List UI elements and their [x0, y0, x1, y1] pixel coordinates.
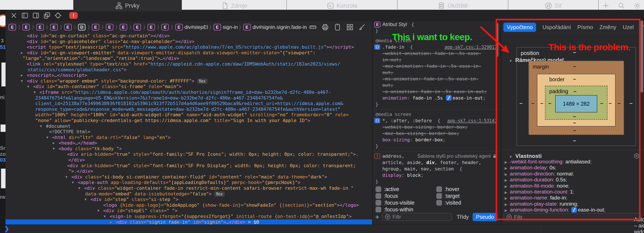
style-rule-row[interactable]: display: block;	[372, 172, 500, 179]
breadcrumb-item[interactable]: E	[8, 24, 17, 30]
dom-tree-line[interactable]: ▼<div id="step" class="si-step ">	[6, 197, 372, 203]
disclosure-triangle-icon[interactable]: ▼	[72, 180, 74, 186]
position-bottom-value[interactable]: –	[573, 138, 576, 144]
dom-tree-line[interactable]: ▼<div class="si-body si-container contai…	[6, 174, 372, 180]
tab-storage[interactable]: Úložiště	[397, 0, 508, 11]
search-icon[interactable]	[618, 2, 625, 9]
disclosure-triangle-icon[interactable]: ▶	[505, 209, 507, 212]
dom-tree-line[interactable]: <div aria-hidden="true" style="font-fami…	[6, 152, 372, 157]
disclosure-triangle-icon[interactable]: ▶	[505, 185, 507, 188]
flex-badge[interactable]: flex	[197, 78, 208, 84]
dom-tree-line[interactable]: ▼<div class="widget-container fade-in re…	[6, 186, 372, 191]
checkbox[interactable]	[436, 200, 442, 206]
dom-tree-line[interactable]: ▼<iframe src="https://idmsa.apple.com/ap…	[6, 90, 372, 95]
dom-tree-line[interactable]: client_id=25138a77e3499638936f018102a539…	[6, 101, 372, 107]
padding-top-value[interactable]: –	[574, 88, 576, 94]
style-rule-row[interactable]: box-sizing: border-box;	[372, 137, 500, 143]
disclosure-triangle-icon[interactable]: ▶	[505, 179, 507, 182]
style-rule-row[interactable]: out;	[372, 82, 500, 88]
padding-left-value[interactable]: –	[548, 100, 552, 106]
disclosure-triangle-icon[interactable]: ▶	[53, 140, 55, 146]
computed-property-row[interactable]: ▶animation-duration: 0.5s;	[505, 177, 567, 183]
undock-icon[interactable]	[43, 12, 50, 19]
paintbrush-icon[interactable]	[358, 23, 366, 31]
dom-tree-line[interactable]: ">.</div>	[6, 169, 372, 174]
border-left-value[interactable]: –	[540, 100, 543, 106]
gear-icon[interactable]	[634, 2, 641, 9]
dock-bottom-icon[interactable]	[32, 12, 40, 19]
grid-overlay-icon[interactable]	[346, 23, 354, 31]
breadcrumb-item[interactable]: E	[91, 24, 100, 30]
computed-property-row[interactable]: ▶animation-fill-mode: none;	[505, 183, 570, 189]
disclosure-triangle-icon[interactable]: ▼	[40, 124, 42, 129]
disclosure-triangle-icon[interactable]: ▼	[53, 146, 55, 152]
style-rule-row[interactable]: {}*, :after, :before {app-sk7.css:1:5314…	[372, 118, 500, 124]
breadcrumb-item[interactable]: E	[160, 24, 170, 30]
checkbox[interactable]	[376, 207, 381, 213]
pseudo-button[interactable]: Pseudo	[472, 213, 498, 221]
print-icon[interactable]	[322, 23, 329, 31]
disclosure-triangle-icon[interactable]: ▶	[505, 173, 507, 176]
computed-property-row[interactable]: ▶animation-play-state: running;	[505, 201, 578, 207]
dom-tree-line[interactable]: ▼<sign-in suppress-iforgot="{suppressIfo…	[6, 214, 372, 220]
breadcrumb-item[interactable]: D	[77, 24, 86, 30]
dom-tree-line[interactable]: ▶<noscript>…</noscript>	[6, 73, 372, 78]
disclosure-triangle-icon[interactable]: ▶	[21, 50, 23, 56]
checkbox[interactable]	[436, 193, 442, 199]
disclosure-triangle-icon[interactable]: ▼	[66, 174, 68, 180]
checkbox[interactable]	[376, 193, 381, 199]
disclosure-triangle-icon[interactable]: ▶	[505, 203, 507, 206]
pseudo-class-toggle[interactable]: :hover	[436, 186, 459, 192]
disclosure-triangle-icon[interactable]: ▶	[505, 166, 507, 170]
style-rule-row[interactable]: out;	[372, 69, 500, 76]
computed-property-row[interactable]: ▶animation-name: fade-in;	[505, 195, 567, 201]
pseudo-class-toggle[interactable]: :active	[376, 186, 399, 192]
ruler-icon[interactable]	[309, 23, 316, 31]
padding-right-value[interactable]: –	[600, 100, 603, 106]
breadcrumb-item[interactable]: E	[36, 24, 45, 30]
dom-tree-line[interactable]: ▼#document	[6, 124, 372, 129]
style-rule-row[interactable]: -webkit-box-sizing: border-box;	[372, 124, 500, 130]
styles-scrollbar[interactable]	[496, 23, 498, 57]
position-left-value[interactable]: –	[520, 100, 522, 106]
style-rule-row[interactable]: -moz-animation: fade-in .5s ease-in-	[372, 63, 500, 69]
disclosure-triangle-icon[interactable]: ▶	[505, 191, 507, 194]
pseudo-class-toggle[interactable]: :visited	[436, 200, 461, 206]
device-icon[interactable]	[334, 23, 341, 31]
dock-side-icon[interactable]	[21, 12, 28, 19]
breadcrumb-item[interactable]: E	[63, 24, 73, 30]
disclosure-triangle-icon[interactable]: ▶	[21, 73, 23, 78]
checkbox[interactable]	[376, 186, 381, 192]
pseudo-class-toggle[interactable]: :focus-visible	[376, 200, 414, 206]
padding-bottom-value[interactable]: –	[573, 113, 576, 119]
style-rule-row[interactable]: EAtribut Styl {	[372, 21, 500, 27]
pseudo-class-toggle[interactable]: :focus-within	[376, 207, 413, 213]
computed-property-row[interactable]: ▶animation-iteration-count: 1;	[505, 189, 574, 195]
computed-property-row[interactable]: ▶animation-direction: normal;	[505, 171, 574, 177]
properties-filter-toggle-icon[interactable]	[634, 153, 639, 159]
dom-tree-line[interactable]: ▼<html dir="ltr" data-rtl="false" lang="…	[6, 135, 372, 141]
stylesheet-source-link[interactable]: app-sk7.css:1:53141	[447, 118, 497, 124]
dom-tree-line[interactable]: data-mode="embed" data-isiebutnotedge="f…	[6, 191, 372, 197]
position-right-value[interactable]: –	[630, 100, 632, 106]
classes-button[interactable]: Třídy	[457, 214, 469, 220]
dom-tree-line[interactable]: ▼<div class="wrapper embed" style="backg…	[6, 78, 372, 84]
dom-tree-selected-line[interactable]: ▶<div class="signin fade-in" id="signin"…	[6, 220, 372, 225]
computed-scrollbar[interactable]	[640, 20, 643, 92]
dom-tree-line[interactable]: "none" allow="publickey-credentials-get …	[6, 118, 372, 124]
dom-tree-line[interactable]: response_type=code&response_mode=web_mes…	[6, 107, 372, 112]
tab-console[interactable]: Konzola	[286, 0, 398, 11]
dom-tree-line[interactable]: ▶<head>…</head>	[6, 140, 372, 146]
dom-tree-line[interactable]: width="100%" height="100%" id="aid-auth-…	[6, 112, 372, 118]
sidebar-tab-změny[interactable]: Změny	[600, 24, 616, 30]
style-rule-row[interactable]: article, aside, div, footer, header,	[372, 159, 500, 166]
disclosure-triangle-icon[interactable]: ▼	[78, 186, 80, 191]
section-triangle[interactable]: ▼	[509, 155, 512, 159]
sidebar-tab-písmo[interactable]: Písmo	[577, 24, 593, 30]
sidebar-tab-uspořádání[interactable]: Uspořádání	[542, 24, 571, 30]
dom-tree-line[interactable]: "large","orientation":"landscape","retin…	[6, 56, 372, 61]
dom-tree-line[interactable]: <!DOCTYPE html>	[6, 129, 372, 135]
cubic-bezier-swatch-icon[interactable]	[571, 207, 577, 213]
disclosure-triangle-icon[interactable]: ▼	[21, 78, 23, 84]
styles-filter-input[interactable]: Filtr	[382, 213, 452, 221]
